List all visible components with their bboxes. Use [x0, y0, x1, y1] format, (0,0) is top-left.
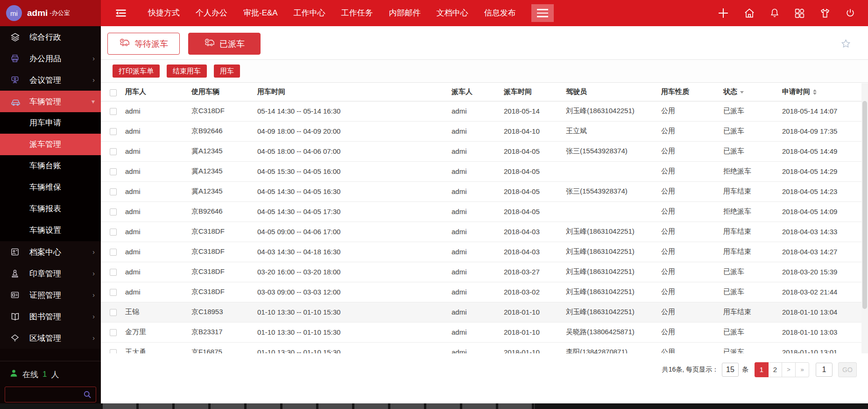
plus-icon[interactable]	[717, 7, 730, 20]
row-checkbox[interactable]	[110, 329, 117, 336]
table-row[interactable]: admi京C318DF05-14 14:30 -- 05-14 16:30adm…	[101, 101, 861, 121]
cell-dispatch_date: 2018-04-03	[504, 222, 566, 242]
cell-status: 用车结束	[723, 222, 782, 242]
bell-icon[interactable]	[769, 7, 780, 19]
table-row[interactable]: admi冀A1234504-05 14:30 -- 04-05 16:30adm…	[101, 181, 861, 201]
table-row[interactable]: admi冀A1234504-05 18:00 -- 04-06 07:00adm…	[101, 141, 861, 161]
sidebar-item[interactable]: 档案中心›	[0, 241, 101, 263]
table-row[interactable]: admi京B9264604-05 14:30 -- 04-05 17:30adm…	[101, 201, 861, 222]
row-checkbox[interactable]	[110, 108, 117, 115]
sidebar-item[interactable]: 印章管理›	[0, 263, 101, 284]
sidebar-subitem[interactable]: 用车申请	[0, 112, 101, 134]
pagination: 共16条, 每页显示： 条 12>» GO	[662, 362, 857, 377]
sidebar-item-label: 车辆管理	[29, 96, 61, 107]
menu-toggle-button[interactable]	[531, 4, 554, 22]
row-checkbox[interactable]	[110, 289, 117, 296]
tab-label: 等待派车	[134, 38, 168, 50]
goto-page-input[interactable]	[816, 363, 833, 377]
table-row[interactable]: admi京C318DF04-05 09:00 -- 04-06 17:00adm…	[101, 222, 861, 242]
cell-driver: 李阳(13842870871)	[566, 342, 661, 353]
row-checkbox[interactable]	[110, 168, 117, 175]
cell-driver: 刘玉峰(18631042251)	[566, 302, 661, 322]
apps-icon[interactable]	[794, 7, 805, 19]
sidebar-item[interactable]: 办公用品›	[0, 48, 101, 69]
truck-icon	[204, 38, 215, 50]
sidebar-item[interactable]: 车辆管理▾	[0, 91, 101, 112]
shirt-icon[interactable]	[819, 7, 831, 19]
collapse-sidebar-icon[interactable]	[114, 7, 128, 19]
actions-row: 打印派车单结束用车用车	[101, 60, 868, 83]
table-row[interactable]: admi京C318DF03-20 16:00 -- 03-20 18:00adm…	[101, 262, 861, 282]
cell-user: admi	[125, 121, 191, 141]
page-button[interactable]: 2	[768, 362, 782, 377]
cell-apply_time: 2018-01-10 13:03	[782, 322, 861, 342]
row-checkbox[interactable]	[110, 249, 117, 256]
go-button[interactable]: GO	[838, 362, 857, 377]
cell-driver: 吴晓路(13806425871)	[566, 322, 661, 342]
nav-item[interactable]: 快捷方式	[140, 0, 188, 26]
app-logo[interactable]: mi admi -办公室	[0, 0, 101, 26]
cell-dispatch_date: 2018-04-05	[504, 201, 566, 222]
next-page-button[interactable]: >	[782, 362, 796, 377]
action-button[interactable]: 结束用车	[167, 65, 207, 78]
cell-dispatcher: admi	[452, 121, 504, 141]
scrollbar-thumb[interactable]	[862, 101, 867, 309]
page-size-input[interactable]	[722, 363, 739, 377]
sort-desc-icon[interactable]	[740, 91, 744, 93]
power-icon[interactable]	[845, 7, 856, 19]
row-checkbox[interactable]	[110, 188, 117, 195]
nav-item[interactable]: 个人办公	[188, 0, 235, 26]
row-checkbox[interactable]	[110, 349, 117, 353]
sidebar-item-label: 区域管理	[29, 333, 61, 344]
sidebar-subitem[interactable]: 车辆维保	[0, 177, 101, 198]
home-icon[interactable]	[743, 7, 755, 19]
table-row[interactable]: 王大勇京F1687501-10 13:30 -- 01-10 15:30admi…	[101, 342, 861, 353]
car-icon	[10, 96, 22, 107]
tab-dispatched[interactable]: 已派车	[188, 33, 261, 55]
column-header: 派车时间	[504, 87, 532, 95]
select-all-checkbox[interactable]	[110, 89, 117, 96]
sort-icon[interactable]	[813, 89, 817, 95]
cell-time: 04-05 18:00 -- 04-06 07:00	[257, 141, 452, 161]
last-page-button[interactable]: »	[795, 362, 809, 377]
row-checkbox[interactable]	[110, 269, 117, 276]
action-button[interactable]: 打印派车单	[113, 65, 160, 78]
sidebar-item[interactable]: 图书管理›	[0, 306, 101, 327]
sidebar-item[interactable]: 证照管理›	[0, 284, 101, 306]
cell-status: 已派车	[723, 322, 782, 342]
table-row[interactable]: admi京C318DF04-03 14:30 -- 04-18 16:30adm…	[101, 242, 861, 262]
table-row[interactable]: 金万里京B2331701-10 13:30 -- 01-10 15:30admi…	[101, 322, 861, 342]
sidebar-subitem[interactable]: 派车管理	[0, 134, 101, 155]
sidebar-subitem[interactable]: 车辆设置	[0, 220, 101, 241]
nav-item[interactable]: 信息发布	[476, 0, 524, 26]
table-row[interactable]: 王锦京C1895301-10 13:30 -- 01-10 15:30admi2…	[101, 302, 861, 322]
sidebar-item-label: 办公用品	[29, 53, 61, 64]
nav-item[interactable]: 工作任务	[333, 0, 381, 26]
row-checkbox[interactable]	[110, 128, 117, 135]
tab-waiting-dispatch[interactable]: 等待派车	[107, 33, 180, 55]
row-checkbox[interactable]	[110, 148, 117, 155]
sidebar-item[interactable]: 综合行政	[0, 26, 101, 48]
nav-item[interactable]: 审批-E&A	[235, 0, 286, 26]
sidebar-subitem[interactable]: 车辆台账	[0, 155, 101, 177]
chevron-right-icon: ›	[92, 76, 95, 84]
table-row[interactable]: admi京C318DF03-03 09:00 -- 03-03 12:00adm…	[101, 282, 861, 302]
sidebar-item[interactable]: 区域管理›	[0, 327, 101, 349]
nav-item[interactable]: 文档中心	[429, 0, 476, 26]
nav-item[interactable]: 内部邮件	[381, 0, 429, 26]
search-icon[interactable]	[83, 390, 92, 401]
region-icon	[10, 333, 22, 343]
row-checkbox[interactable]	[110, 309, 117, 316]
sidebar-item[interactable]: 会议管理›	[0, 69, 101, 91]
cell-apply_time: 2018-01-10 13:01	[782, 342, 861, 353]
vertical-scrollbar[interactable]	[861, 83, 868, 353]
sidebar-subitem[interactable]: 车辆报表	[0, 198, 101, 220]
row-checkbox[interactable]	[110, 229, 117, 236]
action-button[interactable]: 用车	[214, 65, 240, 78]
row-checkbox[interactable]	[110, 208, 117, 215]
page-button[interactable]: 1	[755, 362, 769, 377]
nav-item[interactable]: 工作中心	[286, 0, 333, 26]
table-row[interactable]: admi冀A1234504-05 15:30 -- 04-05 16:00adm…	[101, 161, 861, 181]
table-row[interactable]: admi京B9264604-09 18:00 -- 04-09 20:00adm…	[101, 121, 861, 141]
favorite-star-icon[interactable]	[840, 38, 851, 51]
